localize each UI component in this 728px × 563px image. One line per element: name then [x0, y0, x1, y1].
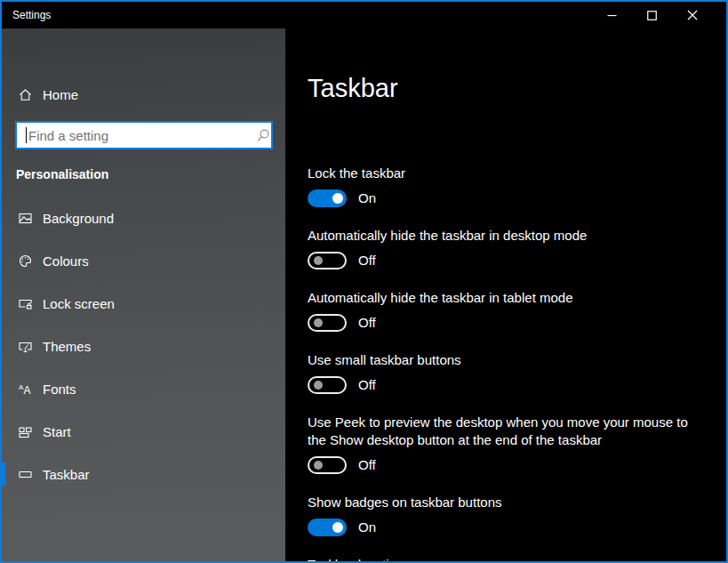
setting-label: Use Peek to preview the desktop when you… [308, 414, 708, 449]
setting-label: Lock the taskbar [308, 165, 708, 182]
toggle-state-label: Off [358, 314, 376, 332]
toggle-use-peek[interactable] [308, 456, 347, 474]
setting-lock-the-taskbar: Lock the taskbar On [308, 165, 716, 207]
themes-icon [18, 339, 33, 354]
page-title: Taskbar [308, 74, 398, 103]
close-button[interactable] [672, 2, 712, 28]
search-input[interactable] [17, 123, 256, 148]
search-box[interactable] [15, 121, 273, 149]
sidebar-item-taskbar[interactable]: Taskbar [2, 453, 285, 495]
lock-screen-icon [18, 296, 33, 311]
home-label: Home [43, 87, 78, 102]
sidebar-item-colours[interactable]: Colours [2, 239, 285, 282]
minimize-button[interactable] [592, 2, 632, 28]
setting-label: Use small taskbar buttons [308, 351, 708, 369]
sidebar-item-fonts[interactable]: A A Fonts [2, 367, 285, 410]
toggle-state-label: On [358, 519, 376, 536]
toggle-autohide-tablet[interactable] [308, 314, 347, 332]
setting-label-taskbar-location: Taskbar location [308, 556, 708, 563]
setting-label: Show badges on taskbar buttons [308, 494, 708, 511]
toggle-show-badges[interactable] [308, 519, 347, 536]
toggle-lock-the-taskbar[interactable] [308, 189, 347, 207]
toggle-autohide-desktop[interactable] [308, 252, 347, 269]
main-content: Taskbar Lock the taskbar On Automaticall… [285, 28, 728, 563]
taskbar-icon [18, 467, 33, 482]
toggle-state-label: Off [358, 376, 376, 394]
setting-autohide-desktop: Automatically hide the taskbar in deskto… [308, 227, 716, 269]
sidebar-item-background[interactable]: Background [2, 197, 285, 239]
sidebar-item-lock-screen[interactable]: Lock screen [2, 282, 285, 325]
sidebar-item-start[interactable]: Start [2, 410, 285, 453]
toggle-small-buttons[interactable] [308, 376, 347, 394]
background-icon [18, 211, 33, 226]
toggle-knob [332, 193, 343, 204]
toggle-state-label: Off [358, 456, 376, 474]
caption-buttons [592, 2, 712, 28]
toggle-knob [314, 381, 323, 390]
start-icon [18, 424, 33, 439]
svg-text:A: A [24, 384, 31, 397]
minimize-icon [604, 8, 620, 23]
toggle-knob [332, 522, 343, 533]
setting-label: Automatically hide the taskbar in deskto… [308, 227, 708, 245]
settings-window: Settings [0, 0, 728, 563]
sidebar: Home Personalisation [2, 28, 285, 561]
sidebar-nav: Background Colours [2, 197, 285, 495]
sidebar-item-themes[interactable]: Themes [2, 325, 285, 367]
settings-list: Lock the taskbar On Automatically hide t… [308, 165, 716, 563]
sidebar-item-home[interactable]: Home [2, 80, 285, 109]
setting-small-buttons: Use small taskbar buttons Off [308, 351, 716, 394]
setting-autohide-tablet: Automatically hide the taskbar in tablet… [308, 289, 716, 332]
colours-icon [18, 253, 33, 269]
close-icon [684, 8, 700, 23]
window-title: Settings [12, 2, 51, 28]
setting-use-peek: Use Peek to preview the desktop when you… [308, 414, 716, 474]
titlebar: Settings [2, 2, 726, 28]
home-icon [18, 87, 33, 102]
toggle-knob [314, 318, 323, 327]
search-icon [256, 123, 271, 148]
toggle-knob [314, 256, 323, 265]
maximize-icon [644, 8, 660, 23]
setting-show-badges: Show badges on taskbar buttons On [308, 494, 716, 536]
fonts-icon: A A [18, 382, 33, 397]
toggle-knob [314, 461, 323, 470]
toggle-state-label: On [358, 189, 376, 207]
setting-label: Automatically hide the taskbar in tablet… [308, 289, 708, 307]
text-caret [26, 127, 27, 143]
sidebar-section-header: Personalisation [16, 167, 108, 181]
toggle-state-label: Off [358, 252, 376, 269]
maximize-button[interactable] [632, 2, 672, 28]
